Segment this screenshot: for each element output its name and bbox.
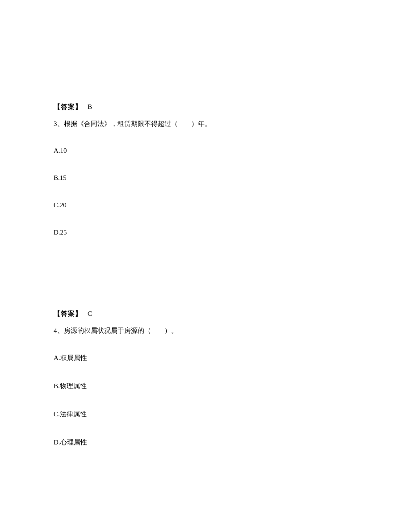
q3-stem: 3、根据《合同法》，租赁期限不得超过（ ）年。 (54, 118, 357, 129)
q3-stem-special-2: 过 (164, 120, 171, 127)
q4-stem-text-2: 属状况属于房源的（ ）。 (91, 327, 178, 334)
q3-option-a: A.10 (54, 147, 357, 155)
q4-option-c-text: C.法律属性 (54, 411, 87, 418)
q3-option-d: D.25 (54, 229, 357, 236)
q4-stem-text-1: 4、房源的 (54, 327, 84, 334)
q3-answer-line: 【答案】 C (54, 310, 357, 318)
q2-answer-label: 【答案】 (54, 103, 82, 111)
q3-stem-text-3: （ ）年。 (171, 120, 211, 127)
q2-answer-line: 【答案】 B (54, 103, 357, 111)
spacer-1 (54, 256, 357, 310)
q4-option-b-text: B.物理属性 (54, 382, 87, 390)
q4-option-a-prefix: A. (54, 354, 60, 361)
q3-answer-label: 【答案】 (54, 310, 82, 318)
q4-option-a: A.权属属性 (54, 354, 357, 362)
q4-option-d-text: D.心理属性 (54, 439, 87, 446)
q3-stem-text-1: 3、根据《合同法》，租 (54, 120, 124, 127)
q4-stem-special-1: 权 (84, 327, 91, 334)
q3-stem-text-2: 期限不得超 (131, 120, 164, 127)
q2-answer-value: B (88, 103, 92, 111)
q3-answer-value: C (88, 310, 92, 318)
q3-stem-special-1: 赁 (124, 120, 131, 127)
q3-option-c: C.20 (54, 201, 357, 209)
q4-option-b: B.物理属性 (54, 382, 357, 390)
q4-stem: 4、房源的权属状况属于房源的（ ）。 (54, 325, 357, 336)
q4-option-a-special: 权 (60, 354, 67, 361)
q4-option-c: C.法律属性 (54, 410, 357, 419)
q4-option-d: D.心理属性 (54, 438, 357, 447)
document-content: 【答案】 B 3、根据《合同法》，租赁期限不得超过（ ）年。 A.10 B.15… (0, 0, 411, 447)
q3-option-b: B.15 (54, 174, 357, 182)
q4-option-a-suffix: 属属性 (67, 354, 87, 361)
